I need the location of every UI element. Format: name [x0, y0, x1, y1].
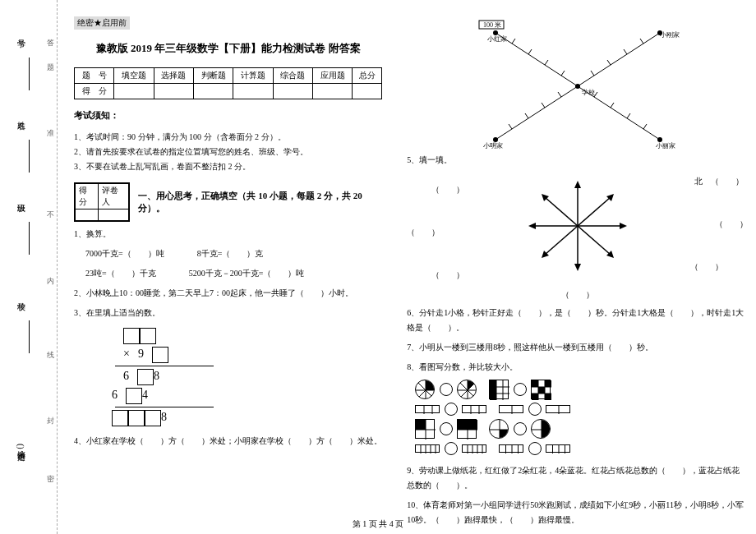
th: 题 号 [75, 68, 114, 84]
svg-line-12 [545, 60, 548, 65]
square-fraction-icon [489, 380, 509, 399]
house-label: 小红家 [487, 35, 507, 43]
rect-fraction-icon [415, 444, 440, 453]
td [273, 84, 312, 99]
svg-line-15 [611, 103, 614, 108]
mul-row: 64 [74, 388, 382, 404]
td [353, 84, 382, 99]
svg-point-19 [575, 84, 580, 89]
q8: 8、看图写分数，并比较大小。 [407, 360, 748, 375]
rect-fraction-icon [499, 405, 523, 413]
compare-circle [440, 422, 453, 435]
svg-line-7 [607, 60, 611, 65]
blank-box [140, 328, 156, 344]
td [154, 84, 193, 99]
rule-line [115, 366, 214, 366]
th: 填空题 [114, 68, 154, 84]
map-diagram: 100 米 小红家 小刚家 学校 小明家 小丽家 [463, 16, 693, 148]
compare-circle [440, 383, 453, 396]
binding-margin: 学号 姓名 班级 学校 乡镇(街道) 答 题 准 不 内 线 封 密 [0, 0, 58, 534]
svg-line-11 [528, 49, 532, 54]
q1d: 5200千克－200千克=（ ）吨 [189, 266, 305, 281]
square-fraction-icon [457, 419, 477, 439]
compass-svg [520, 177, 635, 275]
compass-left-blanks: （ ） （ ） （ ） [407, 173, 464, 284]
notice-heading: 考试须知： [74, 109, 382, 122]
content-area: 绝密★启用前 豫教版 2019 年三年级数学【下册】能力检测试卷 附答案 题 号… [58, 0, 756, 534]
binding-label-town: 乡镇(街道) [15, 444, 26, 449]
house-label: 小明家 [483, 142, 503, 150]
fraction-diagrams [407, 380, 748, 458]
frac-row [415, 403, 748, 416]
scale-label: 100 米 [483, 21, 501, 29]
binding-line [29, 320, 30, 353]
svg-line-17 [643, 124, 647, 129]
svg-point-21 [657, 30, 662, 35]
house-label: 小刚家 [660, 31, 680, 39]
frac-row [415, 419, 748, 439]
svg-marker-31 [620, 223, 627, 229]
mul-row: 68 [74, 369, 382, 385]
svg-marker-28 [574, 181, 581, 188]
rect-fraction-icon [499, 444, 523, 453]
circle-fraction-icon [489, 419, 509, 439]
q2: 2、小林晚上10：00睡觉，第二天早上7：00起床，他一共睡了（ ）小时。 [74, 286, 382, 301]
compare-circle [445, 403, 458, 416]
page-footer: 第 1 页 共 4 页 [0, 518, 756, 530]
compare-circle [514, 383, 527, 396]
circle-fraction-icon [531, 419, 551, 439]
blank: （ ） [690, 215, 748, 233]
digit: 6 [123, 370, 137, 382]
blank-box [112, 410, 128, 426]
th: 判断题 [193, 68, 233, 84]
svg-line-8 [624, 49, 627, 54]
compare-circle [528, 403, 542, 416]
svg-line-6 [591, 71, 594, 76]
scorebox-h2: 评卷人 [99, 184, 129, 209]
blank-box [126, 388, 142, 404]
q4: 4、小红家在学校（ ）方（ ）米处；小明家在学校（ ）方（ ）米处。 [74, 434, 382, 449]
th: 计算题 [233, 68, 273, 84]
mul-row: 8 [74, 410, 382, 426]
blank-box [123, 328, 140, 344]
svg-point-22 [493, 137, 498, 142]
svg-marker-29 [574, 264, 581, 271]
mult-sign: × [123, 348, 138, 360]
td: 得 分 [75, 84, 114, 99]
compare-circle [528, 442, 542, 455]
svg-point-20 [493, 30, 498, 35]
house-label: 小丽家 [656, 142, 675, 150]
td [233, 84, 273, 99]
section1-title: 一、用心思考，正确填空（共 10 小题，每题 2 分，共 20 分）。 [138, 190, 382, 214]
digit: 8 [161, 411, 175, 423]
digit: 6 [112, 389, 126, 401]
frac-row [415, 442, 748, 455]
multiplication-diagram: ×9 68 64 8 [74, 325, 382, 429]
q1: 1、换算。 [74, 227, 382, 242]
blank: （ ） [407, 266, 464, 284]
compass-right-blanks: 北 （ ） （ ） （ ） [690, 173, 748, 276]
circle-fraction-icon [415, 380, 435, 399]
q1b: 8千克=（ ）克 [197, 246, 264, 261]
svg-rect-51 [538, 387, 545, 394]
scorebox: 得分评卷人 [74, 182, 130, 222]
digit: 8 [154, 370, 168, 382]
section-head-row: 得分评卷人 一、用心思考，正确填空（共 10 小题，每题 2 分，共 20 分）… [74, 182, 382, 222]
binding-line [29, 58, 30, 90]
blank-box [145, 410, 161, 426]
left-column: 绝密★启用前 豫教版 2019 年三年级数学【下册】能力检测试卷 附答案 题 号… [74, 16, 382, 526]
compass-bottom-blank: （ ） [407, 289, 748, 301]
secret-tag: 绝密★启用前 [74, 16, 130, 30]
exam-page: 学号 姓名 班级 学校 乡镇(街道) 答 题 准 不 内 线 封 密 绝密★启用… [0, 0, 756, 534]
svg-rect-49 [532, 380, 538, 387]
score-table: 题 号 填空题 选择题 判断题 计算题 综合题 应用题 总分 得 分 [74, 67, 382, 99]
table-row: 题 号 填空题 选择题 判断题 计算题 综合题 应用题 总分 [75, 68, 382, 84]
compass-row: （ ） （ ） （ ） [407, 173, 748, 284]
td [193, 84, 233, 99]
rect-fraction-icon [462, 444, 486, 453]
svg-line-13 [561, 71, 565, 76]
compare-circle [514, 422, 527, 435]
q3: 3、在里填上适当的数。 [74, 306, 382, 320]
binding-line [29, 140, 30, 173]
digit: 4 [142, 389, 156, 401]
